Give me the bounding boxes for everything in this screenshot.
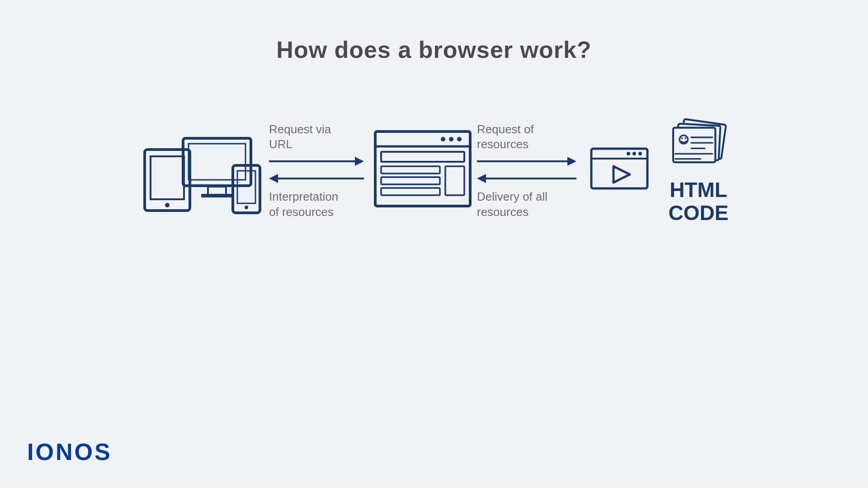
arrow2-section: Request of resources Delivery of all res… [477, 122, 585, 220]
svg-point-14 [457, 137, 462, 141]
svg-point-12 [441, 137, 445, 141]
svg-point-9 [245, 206, 248, 209]
arrow1-section: Request via URL Interpretation of resour… [269, 122, 368, 220]
html-code-section: HTML CODE [667, 117, 730, 224]
devices-icon [138, 125, 264, 217]
svg-rect-28 [673, 128, 715, 163]
interpretation-label: Interpretation of resources [269, 189, 338, 220]
page-title: How does a browser work? [0, 0, 868, 63]
html-code-text: HTML CODE [669, 178, 729, 224]
svg-marker-25 [613, 166, 630, 183]
svg-rect-5 [208, 187, 226, 195]
svg-rect-3 [183, 138, 251, 186]
svg-point-32 [681, 137, 683, 139]
svg-point-23 [632, 152, 636, 155]
browser-window-icon [373, 129, 472, 212]
svg-rect-17 [381, 177, 440, 184]
ionos-logo: IONOS [27, 438, 112, 465]
svg-point-2 [165, 203, 170, 207]
svg-rect-1 [151, 156, 184, 199]
svg-point-22 [627, 152, 630, 155]
svg-point-13 [449, 137, 453, 141]
svg-rect-19 [445, 166, 464, 195]
svg-rect-18 [381, 188, 440, 195]
video-player-icon [590, 147, 649, 194]
svg-rect-6 [201, 194, 233, 197]
request-resources-label: Request of resources [477, 122, 534, 153]
resources-group: HTML CODE [590, 117, 730, 224]
svg-point-24 [638, 152, 642, 155]
svg-rect-15 [381, 152, 464, 162]
svg-rect-16 [381, 166, 440, 174]
delivery-label: Delivery of all resources [477, 189, 547, 220]
diagram-container: Request via URL Interpretation of resour… [0, 117, 868, 224]
svg-point-33 [684, 137, 686, 139]
request-url-label: Request via URL [269, 122, 331, 153]
